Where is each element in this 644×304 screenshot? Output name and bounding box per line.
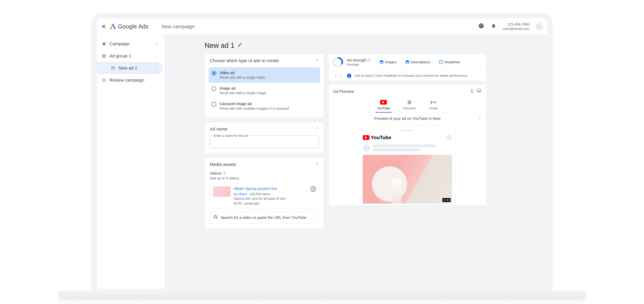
radio-icon — [212, 86, 216, 91]
ad-name-header[interactable]: Ad name ⌃ — [205, 122, 324, 136]
tip-prev-icon[interactable]: 〈 — [333, 73, 336, 78]
sidebar-item-label: New ad 1 — [118, 66, 137, 71]
ad-icon — [110, 66, 116, 71]
youtube-play-icon — [363, 135, 370, 140]
ad-type-option-image[interactable]: Image ad Show ads with a single image — [208, 83, 320, 98]
ad-strength-checks: Images Descriptions Headlines — [380, 60, 482, 64]
videos-section-title: Videos — [210, 171, 222, 176]
ad-strength-card: Ad strength ? Average Images Description… — [328, 54, 486, 81]
chevron-up-icon: ⌃ — [316, 127, 319, 132]
svg-rect-4 — [104, 55, 106, 56]
video-description: Natural skin care for all types of skin — [234, 196, 316, 201]
account-id: 123-456-7890 — [503, 22, 530, 27]
video-title-link[interactable]: cBalm Spring product line — [234, 186, 316, 191]
svg-rect-6 — [104, 56, 106, 57]
more-icon[interactable]: ⋮ — [155, 66, 159, 71]
svg-line-25 — [408, 103, 409, 104]
svg-rect-5 — [102, 56, 104, 57]
sidebar: ✱Campaign ⋮ Ad group 1 ⋮ New ad 1 ⋮ — [97, 35, 165, 289]
skeleton-placeholder — [363, 144, 452, 152]
account-email: user@email.com — [503, 27, 530, 31]
sidebar-item-campaign[interactable]: ✱Campaign ⋮ — [97, 38, 163, 50]
help-icon[interactable]: ? — [478, 23, 484, 30]
video-author-link[interactable]: cBalm — [238, 192, 247, 196]
youtube-icon — [380, 100, 387, 105]
breadcrumb: New campaign — [162, 24, 195, 29]
more-icon[interactable]: ⋮ — [155, 42, 159, 46]
tip-next-icon[interactable]: 〉 — [340, 73, 344, 78]
help-tooltip-icon[interactable]: ? — [368, 59, 371, 62]
ad-type-option-title: Carousel image ad — [220, 102, 289, 106]
preview-tab-gmail[interactable]: Gmail — [429, 100, 438, 113]
account-info[interactable]: 123-456-7890 user@email.com — [503, 22, 530, 31]
ad-strength-gauge-icon — [333, 57, 343, 67]
video-thumbnail[interactable] — [213, 186, 230, 197]
edit-icon[interactable] — [238, 42, 242, 49]
sidebar-item-label: Ad group 1 — [110, 54, 131, 59]
discover-icon — [406, 100, 413, 105]
ad-type-header[interactable]: Choose which type of ads to create ⌃ — [205, 54, 324, 67]
ad-type-option-carousel[interactable]: Carousel image ad Show ads with multiple… — [208, 98, 320, 114]
ad-strength-value: Average — [347, 63, 371, 66]
video-search-placeholder: Search for a video or paste the URL from… — [220, 215, 306, 220]
media-assets-header[interactable]: Media assets ⌃ — [205, 158, 324, 171]
ad-name-heading: Ad name — [210, 126, 228, 132]
ad-type-option-video[interactable]: Video ad Show ads with a single video — [208, 67, 320, 83]
main-content: New ad 1 Choose which type of ads to cre… — [165, 35, 547, 289]
svg-text:?: ? — [480, 24, 482, 28]
sidebar-item-adgroup[interactable]: Ad group 1 ⋮ — [97, 50, 163, 62]
svg-rect-16 — [478, 89, 481, 91]
video-search-input[interactable]: Search for a video or paste the URL from… — [210, 211, 319, 224]
svg-rect-7 — [112, 67, 114, 69]
svg-rect-3 — [102, 55, 104, 56]
info-icon — [102, 78, 106, 83]
ad-preview-title: Ad Preview — [333, 89, 354, 94]
ad-type-option-title: Video ad — [220, 71, 265, 75]
gmail-icon — [430, 100, 437, 105]
sidebar-item-newad[interactable]: New ad 1 ⋮ — [97, 62, 163, 74]
notifications-icon[interactable] — [491, 23, 496, 30]
ad-type-option-title: Image ad — [220, 86, 266, 91]
svg-line-24 — [410, 101, 411, 102]
ad-strength-label: Ad strength — [347, 58, 366, 62]
check-indicator-icon — [380, 60, 384, 64]
google-ads-logo-icon — [110, 24, 116, 30]
asterisk-icon: ✱ — [102, 41, 106, 46]
close-icon[interactable]: ✕ — [101, 23, 106, 30]
ad-type-option-subtitle: Show ads with a single video — [220, 75, 265, 80]
info-badge-icon: i — [347, 74, 351, 78]
preview-tab-discover[interactable]: Discover — [403, 100, 416, 113]
ad-type-heading: Choose which type of ads to create — [210, 58, 279, 63]
more-icon[interactable]: ⋮ — [155, 54, 159, 59]
radio-icon — [212, 71, 216, 76]
device-desktop-icon[interactable] — [476, 88, 482, 95]
laptop-frame: ✕ Google Ads New campaign ? 123-456-7890 — [92, 13, 552, 294]
sidebar-item-review[interactable]: Review campaign — [97, 74, 163, 86]
more-icon[interactable]: ⋮ — [478, 116, 482, 121]
ad-name-card: Ad name ⌃ Enter a name for this ad — [205, 122, 324, 153]
ad-preview-card: Ad Preview — [328, 85, 486, 205]
search-icon — [214, 215, 218, 220]
video-preview-thumbnail: 0:30 — [363, 155, 452, 203]
ad-type-option-subtitle: Show ads with a single image — [220, 91, 266, 95]
check-indicator-icon — [406, 60, 409, 64]
ad-type-option-subtitle: Show ads with multiple images in a carou… — [220, 106, 289, 111]
svg-point-11 — [104, 79, 104, 80]
sidebar-item-label: Review campaign — [110, 78, 144, 83]
chevron-up-icon: ⌃ — [316, 162, 319, 167]
brand-name: Google Ads — [118, 23, 148, 30]
grid-icon — [102, 54, 106, 59]
video-asset-item: cBalm Spring product line by cBalm · 129… — [210, 183, 319, 208]
yt-avatar — [447, 135, 452, 140]
chevron-up-icon: ⌃ — [316, 58, 319, 63]
strength-tip-text: Add at least 2 more headlines to increas… — [354, 74, 482, 78]
device-mobile-icon[interactable] — [470, 88, 474, 95]
preview-tab-youtube[interactable]: YouTube — [377, 100, 390, 113]
remove-video-icon[interactable]: ✕ — [310, 186, 316, 192]
help-tooltip-icon[interactable]: ? — [223, 172, 226, 175]
avatar[interactable] — [536, 23, 543, 30]
check-indicator-icon — [439, 60, 443, 64]
app-window: ✕ Google Ads New campaign ? 123-456-7890 — [97, 18, 547, 289]
svg-line-22 — [408, 101, 409, 102]
brand-logo[interactable]: Google Ads — [110, 23, 148, 30]
